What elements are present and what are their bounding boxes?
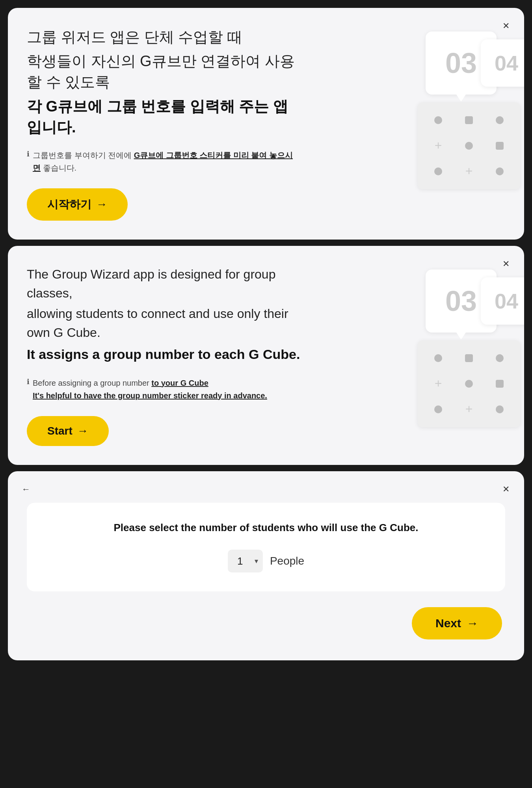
korean-title-bold: 각 G큐브에 그룹 번호를 입력해 주는 앱 입니다. [27, 96, 295, 138]
card-english: ✕ The Group Wizard app is designed for g… [8, 246, 524, 465]
cube-04-card-2: 04 [481, 277, 524, 325]
back-button[interactable]: ← [19, 482, 33, 496]
info-box-2: ℹ Before assigning a group number to you… [27, 377, 303, 402]
english-title-bold: It assigns a group number to each G Cube… [27, 345, 303, 364]
info-icon-1: ℹ [27, 150, 30, 158]
info-icon-2: ℹ [27, 377, 30, 386]
cube-square [496, 142, 504, 150]
start-button-1[interactable]: 시작하기 → [27, 188, 128, 221]
cube-dot [434, 116, 442, 124]
cube-grid-2: + + [418, 340, 520, 427]
korean-title-line1: 그룹 위저드 앱은 단체 수업할 때 [27, 27, 295, 48]
cube-decoration-2: 03 04 + + [378, 269, 524, 435]
cube-plus: + [435, 376, 442, 391]
start-label-1: 시작하기 [47, 197, 91, 212]
info-text-1: 그룹번호를 부여하기 전에에 G큐브에 그룹번호 스티커를 미리 붙여 놓으시면… [33, 149, 295, 174]
cube-dot [434, 167, 442, 175]
english-title-line2: allowing students to connect and use onl… [27, 304, 303, 342]
info-box-1: ℹ 그룹번호를 부여하기 전에에 G큐브에 그룹번호 스티커를 미리 붙여 놓으… [27, 149, 295, 174]
close-button-3[interactable]: ✕ [499, 482, 513, 496]
people-select[interactable]: 1 2 3 4 5 6 7 8 9 10 [228, 550, 263, 572]
next-label: Next [435, 617, 461, 630]
start-arrow-1: → [96, 198, 107, 211]
start-arrow-2: → [77, 425, 88, 437]
next-btn-row: Next → [27, 607, 505, 639]
cube-plus: + [435, 138, 442, 153]
cube-grid: + + [418, 102, 520, 189]
next-button[interactable]: Next → [412, 607, 502, 639]
cube-plus: + [465, 402, 473, 416]
step-inner-card: Please select the number of students who… [27, 503, 505, 591]
english-title-line1: The Group Wizard app is designed for gro… [27, 265, 303, 303]
people-label: People [270, 555, 304, 567]
cube-plus: + [465, 164, 473, 178]
cube-dot [496, 116, 504, 124]
cube-dot [496, 405, 504, 413]
cube-04-card: 04 [481, 39, 524, 87]
select-wrapper[interactable]: 1 2 3 4 5 6 7 8 9 10 [228, 550, 263, 572]
cube-dot [434, 354, 442, 362]
card-step: ← ✕ Please select the number of students… [8, 471, 524, 660]
step-select-row: 1 2 3 4 5 6 7 8 9 10 People [50, 550, 482, 572]
cube-dot [496, 354, 504, 362]
start-label-2: Start [47, 425, 73, 437]
cube-inner-card-2: + + [418, 340, 520, 427]
korean-title-line2: 학생들이 자신의 G큐브만 연결하여 사용할 수 있도록 [27, 51, 295, 93]
cube-square [465, 116, 473, 124]
cube-square [465, 354, 473, 362]
close-button-2[interactable]: ✕ [499, 257, 513, 271]
cube-inner-card: + + [418, 102, 520, 189]
card-korean: ✕ 그룹 위저드 앱은 단체 수업할 때 학생들이 자신의 G큐브만 연결하여 … [8, 8, 524, 240]
cube-decoration-1: 03 04 + + [378, 32, 524, 197]
close-button-1[interactable]: ✕ [499, 19, 513, 33]
next-arrow: → [467, 617, 478, 630]
cube-square [496, 380, 504, 388]
step-question: Please select the number of students who… [50, 522, 482, 534]
cube-dot [465, 380, 473, 388]
cube-dot [434, 405, 442, 413]
cube-dot [496, 167, 504, 175]
cube-dot [465, 142, 473, 150]
start-button-2[interactable]: Start → [27, 416, 109, 446]
info-text-2: Before assigning a group number to your … [33, 377, 267, 402]
